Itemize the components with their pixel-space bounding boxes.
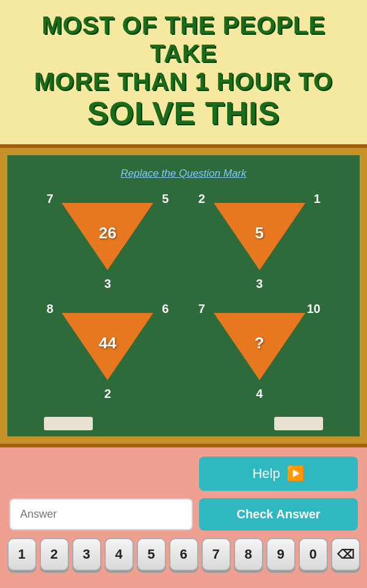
video-icon: ▶️	[286, 465, 305, 482]
numpad-key-1[interactable]: 1	[7, 538, 37, 571]
tri-tl-center: 26	[99, 224, 117, 243]
eraser-right	[274, 417, 323, 430]
puzzle-top-row: 7 5 26 3 2 1 5 3	[26, 192, 341, 290]
answer-input[interactable]	[9, 498, 193, 531]
help-row: Help ▶️	[9, 457, 358, 491]
tri-br-corner-tr: 10	[307, 302, 321, 316]
puzzle-bottom-row: 8 6 44 2 7 10 ? 4	[26, 302, 341, 400]
numpad-key-5[interactable]: 5	[137, 538, 166, 571]
check-label: Check Answer	[236, 507, 320, 521]
triangle-top-right: 2 1 5 3	[198, 192, 321, 290]
controls-area: Help ▶️ Check Answer 1234567890⌫	[0, 447, 367, 580]
puzzle-title: Replace the Question Mark	[26, 167, 341, 180]
triangle-top-left: 7 5 26 3	[46, 192, 169, 290]
numpad-key-3[interactable]: 3	[72, 538, 101, 571]
numpad-key-0[interactable]: 0	[299, 538, 328, 571]
triangle-bottom-left: 8 6 44 2	[46, 302, 169, 400]
header-line2: MORE THAN 1 HOUR TO	[34, 68, 333, 95]
tri-tl-bottom: 3	[104, 277, 111, 291]
tri-br-bottom: 4	[256, 387, 263, 401]
header-section: MOST OF THE PEOPLE TAKE MORE THAN 1 HOUR…	[0, 0, 367, 144]
chalkboard-frame: Replace the Question Mark 7 5 26 3 2 1	[0, 144, 367, 447]
check-answer-button[interactable]: Check Answer	[199, 498, 358, 531]
numpad-key-2[interactable]: 2	[40, 538, 69, 571]
tri-tr-center: 5	[255, 224, 264, 243]
tri-br-center: ?	[255, 334, 264, 353]
numpad-key-9[interactable]: 9	[266, 538, 296, 571]
numpad-key-6[interactable]: 6	[169, 538, 198, 571]
header-line3: SOLVE THIS	[87, 95, 280, 131]
answer-row: Check Answer	[9, 498, 358, 531]
tri-tr-corner-tr: 1	[314, 192, 321, 206]
header-title: MOST OF THE PEOPLE TAKE MORE THAN 1 HOUR…	[12, 11, 355, 132]
tri-bl-bottom: 2	[104, 387, 111, 401]
numpad-key-7[interactable]: 7	[202, 538, 231, 571]
numpad: 1234567890⌫	[9, 538, 358, 571]
tri-tr-bottom: 3	[256, 277, 263, 291]
tri-bl-corner-tr: 6	[162, 302, 169, 316]
numpad-key-4[interactable]: 4	[104, 538, 134, 571]
help-label: Help	[252, 466, 280, 482]
numpad-key-8[interactable]: 8	[234, 538, 263, 571]
help-button[interactable]: Help ▶️	[199, 457, 358, 491]
tri-tr-corner-tl: 2	[198, 192, 205, 206]
tri-tl-corner-tl: 7	[46, 192, 53, 206]
tri-bl-corner-tl: 8	[46, 302, 53, 316]
chalkboard: Replace the Question Mark 7 5 26 3 2 1	[7, 155, 360, 436]
eraser-left	[44, 417, 93, 430]
tri-br-corner-tl: 7	[198, 302, 205, 316]
triangle-bottom-right: 7 10 ? 4	[198, 302, 321, 400]
tri-tl-corner-tr: 5	[162, 192, 169, 206]
numpad-delete-key[interactable]: ⌫	[331, 538, 360, 571]
header-line1: MOST OF THE PEOPLE TAKE	[42, 12, 325, 67]
tri-bl-center: 44	[99, 334, 117, 353]
